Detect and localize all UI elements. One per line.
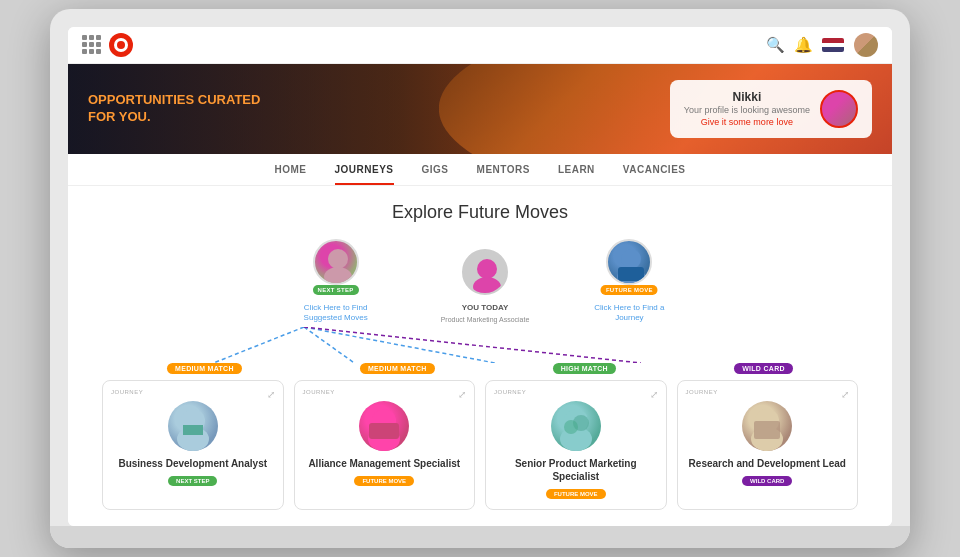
journey-card-2[interactable]: JOURNEY ⤢ Alliance Management Specialist… [294, 380, 476, 510]
svg-rect-16 [369, 423, 399, 439]
search-icon[interactable]: 🔍 [766, 36, 784, 54]
flow-avatar-center [462, 249, 508, 295]
match-badges-row: MEDIUM MATCH MEDIUM MATCH HIGH MATCH WIL… [98, 363, 862, 374]
top-bar-left [82, 33, 133, 57]
card3-badge: FUTURE MOVE [546, 489, 606, 499]
journey-card-3[interactable]: JOURNEY ⤢ Senior Product Marketing Speci… [485, 380, 667, 510]
future-move-badge: FUTURE MOVE [601, 285, 658, 295]
card1-title: Business Development Analyst [118, 457, 267, 470]
card1-share-icon[interactable]: ⤢ [267, 389, 275, 400]
card4-top-label: JOURNEY [686, 389, 718, 395]
card2-badge: FUTURE MOVE [354, 476, 414, 486]
hero-banner: OPPORTUNITIES CURATED FOR YOU. Nikki You… [68, 64, 892, 154]
svg-point-2 [477, 259, 497, 279]
svg-rect-6 [618, 267, 644, 281]
screen: 🔍 🔔 OPPORTUNITIES CURATED FOR YOU. Nikki [68, 27, 892, 527]
nav-mentors[interactable]: MENTORS [477, 164, 530, 185]
hero-avatar [820, 90, 858, 128]
match-badge-3: HIGH MATCH [553, 363, 616, 374]
flow-avatar-left [313, 239, 359, 285]
card2-avatar [359, 401, 409, 451]
card3-share-icon[interactable]: ⤢ [650, 389, 658, 400]
card1-top-label: JOURNEY [111, 389, 143, 395]
flow-link-left[interactable]: Click Here to Find Suggested Moves [291, 303, 381, 324]
hero-text: OPPORTUNITIES CURATED FOR YOU. [68, 92, 280, 126]
match-badge-1: MEDIUM MATCH [167, 363, 242, 374]
svg-point-4 [621, 249, 641, 269]
nav-gigs[interactable]: GIGS [422, 164, 449, 185]
card1-avatar [168, 401, 218, 451]
navigation: HOME JOURNEYS GIGS MENTORS LEARN VACANCI… [68, 154, 892, 186]
card3-top-label: JOURNEY [494, 389, 526, 395]
card4-share-icon[interactable]: ⤢ [841, 389, 849, 400]
flow-link-right[interactable]: Click Here to Find a Journey [589, 303, 669, 324]
card4-badge: WILD CARD [742, 476, 792, 486]
svg-line-10 [304, 327, 641, 363]
nav-home[interactable]: HOME [275, 164, 307, 185]
match-badge-2: MEDIUM MATCH [360, 363, 435, 374]
hero-profile-card: Nikki Your profile is looking awesome Gi… [670, 80, 872, 138]
svg-point-0 [328, 249, 348, 269]
page-title: Explore Future Moves [98, 202, 862, 223]
top-bar-right: 🔍 🔔 [766, 33, 878, 57]
journey-cards: JOURNEY ⤢ Business Development Analyst N… [98, 380, 862, 510]
svg-point-20 [564, 420, 578, 434]
hero-profile-link[interactable]: Give it some more love [684, 117, 810, 127]
next-step-badge: NEXT STEP [313, 285, 359, 295]
language-flag[interactable] [822, 38, 844, 52]
you-today-sub: Product Marketing Associate [441, 316, 530, 323]
card4-avatar [742, 401, 792, 451]
card2-title: Alliance Management Specialist [308, 457, 460, 470]
flow-node-right: FUTURE MOVE Click Here to Find a Journey [589, 239, 669, 324]
match-badge-4: WILD CARD [734, 363, 793, 374]
flow-avatar-right [606, 239, 652, 285]
hero-title-line1: OPPORTUNITIES CURATED [88, 92, 260, 107]
top-bar: 🔍 🔔 [68, 27, 892, 64]
card1-badge: NEXT STEP [168, 476, 217, 486]
card3-title: Senior Product Marketing Specialist [494, 457, 658, 483]
laptop-frame: 🔍 🔔 OPPORTUNITIES CURATED FOR YOU. Nikki [50, 9, 910, 549]
nav-vacancies[interactable]: VACANCIES [623, 164, 686, 185]
laptop-base [50, 526, 910, 548]
card2-share-icon[interactable]: ⤢ [458, 389, 466, 400]
card3-avatar [551, 401, 601, 451]
svg-rect-23 [754, 421, 780, 439]
company-logo[interactable] [109, 33, 133, 57]
hero-title-line2: FOR YOU. [88, 109, 151, 124]
card4-title: Research and Development Lead [689, 457, 846, 470]
card2-top-label: JOURNEY [303, 389, 335, 395]
main-content: Explore Future Moves NEXT STEP Cl [68, 186, 892, 527]
you-today-label: YOU TODAY [462, 303, 509, 312]
journey-card-1[interactable]: JOURNEY ⤢ Business Development Analyst N… [102, 380, 284, 510]
flow-node-left: NEXT STEP Click Here to Find Suggested M… [291, 239, 381, 324]
nav-journeys[interactable]: JOURNEYS [335, 164, 394, 185]
svg-point-3 [473, 277, 501, 295]
svg-line-8 [304, 327, 354, 363]
flow-node-center: YOU TODAY Product Marketing Associate [441, 249, 530, 323]
svg-line-7 [213, 327, 304, 363]
hero-profile-subtitle: Your profile is looking awesome [684, 104, 810, 117]
notification-icon[interactable]: 🔔 [794, 36, 812, 54]
svg-point-1 [324, 267, 352, 285]
user-avatar[interactable] [854, 33, 878, 57]
hero-profile-name: Nikki [684, 90, 810, 104]
journey-card-4[interactable]: JOURNEY ⤢ Research and Development Lead … [677, 380, 859, 510]
nav-learn[interactable]: LEARN [558, 164, 595, 185]
svg-rect-13 [183, 425, 203, 435]
grid-icon[interactable] [82, 35, 101, 54]
